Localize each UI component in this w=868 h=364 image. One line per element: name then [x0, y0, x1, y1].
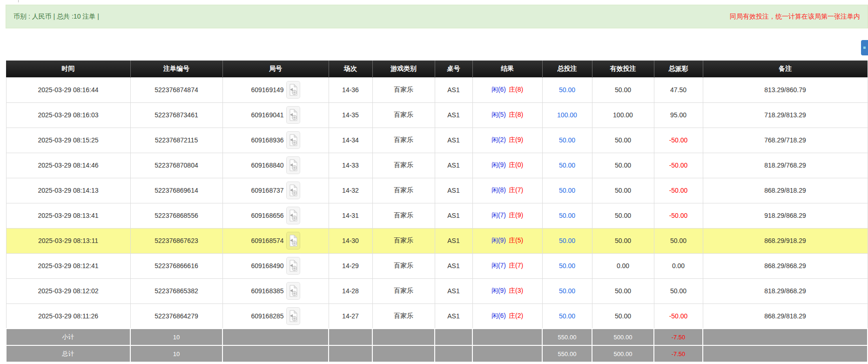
- cell-result: 闲(9)庄(5): [472, 228, 542, 253]
- cell-valid-bet: 50.00: [592, 228, 654, 253]
- cell-time: 2025-03-29 08:12:41: [6, 253, 130, 278]
- cell-total-bet[interactable]: 50.00: [542, 128, 592, 153]
- result-player-value: 闲(5): [491, 111, 506, 118]
- cell-valid-bet: 50.00: [592, 153, 654, 178]
- cell-table-no: AS1: [435, 77, 472, 102]
- video-replay-icon[interactable]: [286, 131, 300, 149]
- total-row-cell-0: 总计: [6, 345, 130, 362]
- cell-time: 2025-03-29 08:14:13: [6, 178, 130, 203]
- cell-round: 609168840: [222, 153, 329, 178]
- table-row: 2025-03-29 08:14:13 522376869614 6091687…: [6, 178, 868, 203]
- col-header-round: 局号: [222, 61, 329, 77]
- result-banker-value: 庄(8): [509, 111, 523, 118]
- cell-remark: 718.29/813.29: [703, 102, 868, 128]
- subtotal-row-cell-7: 550.00: [542, 329, 592, 345]
- cell-time: 2025-03-29 08:15:25: [6, 128, 130, 153]
- col-header-remark: 备注: [703, 61, 868, 77]
- video-replay-icon[interactable]: [286, 307, 300, 325]
- result-player-value: 闲(9): [491, 161, 506, 169]
- result-player-value: 闲(6): [491, 312, 506, 319]
- video-replay-icon[interactable]: [286, 182, 300, 199]
- result-player-value: 闲(2): [491, 136, 506, 143]
- cell-valid-bet: 50.00: [592, 303, 654, 329]
- video-replay-icon[interactable]: [286, 156, 300, 174]
- cell-time: 2025-03-29 08:14:46: [6, 153, 130, 178]
- cell-total-bet[interactable]: 50.00: [542, 178, 592, 203]
- cell-time: 2025-03-29 08:16:03: [6, 102, 130, 128]
- video-replay-icon[interactable]: [286, 106, 300, 124]
- col-header-session: 场次: [329, 61, 372, 77]
- result-player-value: 闲(9): [491, 287, 506, 294]
- cell-game-type: 百家乐: [372, 203, 435, 228]
- cell-remark: 813.29/860.79: [703, 77, 868, 102]
- video-replay-icon[interactable]: [286, 81, 300, 99]
- cell-table-no: AS1: [435, 178, 472, 203]
- cell-round: 609168656: [222, 203, 329, 228]
- result-banker-value: 庄(7): [509, 262, 523, 269]
- cell-table-no: AS1: [435, 253, 472, 278]
- cell-table-no: AS1: [435, 303, 472, 329]
- cell-total-bet[interactable]: 50.00: [542, 278, 592, 303]
- cell-session: 14-34: [329, 128, 372, 153]
- summary-banner: 币别 : 人民币 | 总共 :10 注单 | 同局有效投注，统一计算在该局第一张…: [6, 5, 868, 28]
- round-number: 609169149: [251, 86, 283, 94]
- total-row-cell-10: [703, 345, 868, 362]
- cell-total-bet[interactable]: 50.00: [542, 77, 592, 102]
- cell-total-bet[interactable]: 50.00: [542, 153, 592, 178]
- result-banker-value: 庄(9): [509, 136, 523, 143]
- result-banker-value: 庄(0): [509, 161, 523, 169]
- subtotal-row: 小计10550.00500.00-7.50: [6, 329, 868, 345]
- table-row: 2025-03-29 08:16:03 522376873461 6091690…: [6, 102, 868, 128]
- table-row: 2025-03-29 08:12:02 522376865382 6091683…: [6, 278, 868, 303]
- cell-payout: 50.00: [654, 278, 703, 303]
- video-replay-icon[interactable]: [286, 207, 300, 224]
- cell-time: 2025-03-29 08:11:26: [6, 303, 130, 329]
- table-row: 2025-03-29 08:15:25 522376872115 6091689…: [6, 128, 868, 153]
- result-player-value: 闲(7): [491, 262, 506, 269]
- table-row: 2025-03-29 08:16:44 522376874874 6091691…: [6, 77, 868, 102]
- subtotal-row-cell-6: [472, 329, 542, 345]
- cell-bet-id: 522376867623: [130, 228, 222, 253]
- video-replay-icon[interactable]: [286, 257, 300, 275]
- col-header-payout: 总派彩: [654, 61, 703, 77]
- round-number: 609168574: [251, 237, 283, 244]
- result-banker-value: 庄(8): [509, 86, 523, 93]
- cell-round: 609168490: [222, 253, 329, 278]
- video-replay-icon[interactable]: [286, 232, 300, 249]
- cell-remark: 818.29/868.29: [703, 278, 868, 303]
- cell-table-no: AS1: [435, 228, 472, 253]
- cell-bet-id: 522376872115: [130, 128, 222, 153]
- subtotal-row-cell-4: [372, 329, 435, 345]
- cell-bet-id: 522376869614: [130, 178, 222, 203]
- col-header-total-bet: 总投注: [542, 61, 592, 77]
- cell-total-bet[interactable]: 50.00: [542, 303, 592, 329]
- cell-total-bet[interactable]: 100.00: [542, 102, 592, 128]
- cell-valid-bet: 0.00: [592, 253, 654, 278]
- round-number: 609168490: [251, 262, 283, 270]
- cell-round: 609168936: [222, 128, 329, 153]
- cutoff-element-top: [18, 0, 19, 2]
- cell-payout: 50.00: [654, 228, 703, 253]
- cell-remark: 868.29/868.29: [703, 253, 868, 278]
- cell-session: 14-27: [329, 303, 372, 329]
- cell-game-type: 百家乐: [372, 102, 435, 128]
- cell-total-bet[interactable]: 50.00: [542, 253, 592, 278]
- cell-session: 14-29: [329, 253, 372, 278]
- cell-round: 609168385: [222, 278, 329, 303]
- round-number: 609168737: [251, 187, 283, 194]
- video-replay-icon[interactable]: [286, 282, 300, 300]
- cell-remark: 868.29/818.29: [703, 178, 868, 203]
- bet-records-table: 时间 注单编号 局号 场次 游戏类别 桌号 结果 总投注 有效投注 总派彩 备注…: [6, 61, 868, 363]
- cell-total-bet[interactable]: 50.00: [542, 228, 592, 253]
- notice-text: 同局有效投注，统一计算在该局第一张注单内: [730, 13, 860, 21]
- cell-game-type: 百家乐: [372, 153, 435, 178]
- cell-total-bet[interactable]: 50.00: [542, 203, 592, 228]
- col-header-time: 时间: [6, 61, 130, 77]
- cell-table-no: AS1: [435, 102, 472, 128]
- cell-game-type: 百家乐: [372, 128, 435, 153]
- result-banker-value: 庄(7): [509, 186, 523, 194]
- blue-action-button-partial[interactable]: [861, 40, 868, 55]
- cell-bet-id: 522376868556: [130, 203, 222, 228]
- round-number: 609168840: [251, 162, 283, 169]
- result-banker-value: 庄(3): [509, 287, 523, 294]
